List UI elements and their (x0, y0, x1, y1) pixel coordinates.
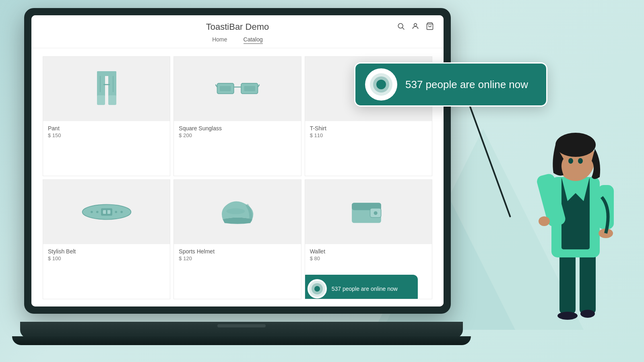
laptop-notch (217, 324, 266, 327)
product-card-wallet[interactable]: 537 people are online now Wallet $ 80 (305, 179, 432, 299)
svg-rect-17 (220, 86, 231, 91)
svg-point-27 (226, 208, 245, 214)
product-price-tshirt: $ 110 (310, 132, 427, 138)
app-title: ToastiBar Demo (172, 22, 303, 32)
svg-rect-33 (580, 249, 596, 314)
svg-point-24 (96, 211, 99, 213)
product-image-wallet (305, 180, 432, 244)
svg-point-43 (568, 158, 573, 164)
svg-point-26 (120, 211, 123, 213)
product-card-sunglass[interactable]: Square Sunglass $ 200 (173, 56, 301, 176)
product-image-belt (43, 180, 170, 244)
product-price-pant: $ 150 (48, 132, 165, 138)
product-info-sunglass: Square Sunglass $ 200 (174, 121, 301, 142)
laptop-screen-outer: ToastiBar Demo (24, 8, 451, 314)
product-name-belt: Stylish Belt (48, 248, 165, 255)
toast-large-icon (365, 68, 397, 101)
svg-point-44 (578, 158, 583, 164)
product-price-wallet: $ 80 (310, 255, 427, 261)
person-illustration (523, 97, 628, 338)
product-name-tshirt: T-Shirt (310, 125, 427, 132)
nav-home[interactable]: Home (212, 36, 227, 44)
product-info-belt: Stylish Belt $ 100 (43, 244, 170, 265)
product-card-pant[interactable]: Pant $ 150 (43, 56, 170, 176)
toast-small-text: 537 people are online now (332, 286, 398, 292)
product-price-belt: $ 100 (48, 255, 165, 261)
svg-point-23 (91, 211, 93, 213)
product-image-sunglass (174, 57, 301, 121)
svg-point-2 (414, 23, 417, 26)
cart-icon[interactable] (426, 22, 434, 32)
toast-small-icon (308, 279, 327, 298)
product-info-wallet: Wallet $ 80 (305, 244, 432, 265)
svg-point-25 (115, 211, 117, 213)
toast-large-text: 537 people are online now (405, 78, 528, 91)
svg-rect-8 (108, 95, 116, 105)
product-image-helmet (174, 180, 301, 244)
product-card-helmet[interactable]: Sports Helmet $ 120 (173, 179, 301, 299)
svg-rect-32 (559, 249, 576, 314)
svg-point-34 (557, 312, 578, 320)
nav-catalog[interactable]: Catalog (244, 36, 263, 44)
toast-large-dot (376, 80, 386, 89)
product-image-pant (43, 57, 170, 121)
laptop: ToastiBar Demo (24, 8, 459, 338)
product-name-helmet: Sports Helmet (179, 248, 296, 255)
product-info-tshirt: T-Shirt $ 110 (305, 121, 432, 142)
toast-small: 537 people are online now (305, 275, 418, 299)
product-price-sunglass: $ 200 (179, 132, 296, 138)
svg-rect-22 (106, 210, 107, 215)
laptop-keyboard-base (12, 336, 471, 345)
product-card-belt[interactable]: Stylish Belt $ 100 (43, 179, 170, 299)
toast-small-dot (314, 286, 320, 292)
toast-large: 537 people are online now (354, 62, 547, 107)
product-info-helmet: Sports Helmet $ 120 (174, 244, 301, 265)
laptop-screen-inner: ToastiBar Demo (31, 15, 444, 306)
toast-small-ring3 (312, 283, 323, 294)
product-name-sunglass: Square Sunglass (179, 125, 296, 132)
svg-point-42 (555, 133, 596, 157)
toast-large-ring2 (370, 73, 392, 96)
search-icon[interactable] (397, 22, 405, 32)
svg-rect-11 (103, 84, 110, 85)
product-info-pant: Pant $ 150 (43, 121, 170, 142)
svg-rect-7 (97, 95, 105, 105)
toast-small-ring2 (309, 281, 325, 297)
svg-point-45 (539, 216, 550, 226)
nav-links: Home Catalog (212, 36, 263, 48)
product-price-helmet: $ 120 (179, 255, 296, 261)
svg-point-31 (374, 211, 378, 215)
laptop-base (20, 322, 463, 338)
screen-header: ToastiBar Demo (31, 15, 444, 48)
user-icon[interactable] (411, 22, 419, 32)
toast-large-ring3 (373, 76, 389, 93)
svg-point-0 (398, 23, 403, 28)
svg-line-1 (402, 27, 405, 29)
screen-title-row: ToastiBar Demo (41, 22, 434, 32)
svg-point-35 (580, 310, 595, 318)
product-name-pant: Pant (48, 125, 165, 132)
header-icons (303, 22, 434, 32)
svg-rect-18 (244, 86, 255, 91)
product-name-wallet: Wallet (310, 248, 427, 255)
